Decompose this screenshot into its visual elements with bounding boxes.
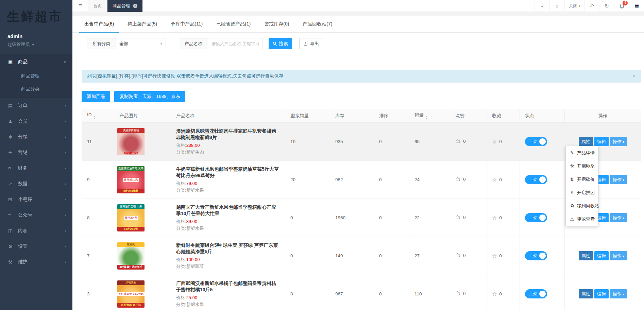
tab-scroll-right-button[interactable]: » [549,0,564,12]
sort-cell[interactable]: 0 [374,123,409,161]
sidebar-item-settings[interactable]: ⚙设置‹ [0,239,72,254]
virtual-sales-cell[interactable]: 8 [285,275,330,310]
sidebar-subitem-product-manage[interactable]: 商品管理 [0,70,72,83]
stock-cell[interactable]: 982 [330,161,374,199]
category-value: 新鲜水果 [186,302,204,307]
close-tabs-dropdown[interactable]: 关闭 ▾ [564,0,584,12]
edit-button[interactable]: 编辑 [594,137,609,146]
tab-sold-out[interactable]: 已经售罄产品(1) [211,16,256,33]
column-header[interactable]: ID▴▾ [82,109,114,123]
virtual-sales-cell[interactable]: 0 [285,199,330,237]
dropdown-item-seckill[interactable]: ⚒开启秒杀 [566,159,598,173]
product-image-cell: 菜鲜到3种蔬菜任选 约5斤 [114,237,171,275]
more-actions-button[interactable]: 操作▾ [610,137,627,146]
status-toggle[interactable]: 上架 [525,251,547,260]
product-image[interactable]: 澳洲原切牡蛎¥208起 ¥30 [117,128,145,155]
sales-cell: 24 [409,161,450,199]
stock-cell[interactable]: 935 [330,123,374,161]
notifications-button[interactable]: 4 [614,0,629,12]
status-toggle[interactable]: 上架 [525,137,547,146]
sidebar-item-marketing[interactable]: ✈营销‹ [0,145,72,160]
product-image[interactable]: 武鸣沃柑首件减10元 16.8元起店长力荐 10斤装 [117,280,145,308]
sidebar-submenu: 商品管理商品分类 [0,70,72,98]
category-label: 分类: [176,188,186,193]
category-select[interactable]: 全部 ▾ [116,38,166,49]
status-toggle[interactable]: 上架 [525,213,547,222]
product-image[interactable]: 菜鲜到3种蔬菜任选 约5斤 [117,242,145,270]
chrome-tab-product-manage[interactable]: 商品管理× [107,0,143,12]
dropdown-item-bargain[interactable]: ⇅开启砍价 [566,173,598,186]
product-image[interactable]: 越南进口玉芒 大果首件减4元10斤35.8元 [117,204,145,231]
dropdown-item-product-detail[interactable]: ✎产品详情 [566,146,598,159]
more-actions-button[interactable]: 操作▾ [610,289,627,298]
sidebar-item-finance[interactable]: ¤财务‹ [0,160,72,176]
attributes-button[interactable]: 属性 [579,289,593,298]
sort-cell[interactable]: 0 [374,237,409,275]
column-header-label: 状态 [525,113,534,118]
column-header[interactable]: 销量▴▾ [409,109,450,123]
virtual-sales-cell[interactable]: 0 [285,237,330,275]
search-button[interactable]: 搜索 [269,38,292,49]
sidebar-item-members[interactable]: ♟会员‹ [0,114,72,129]
thumbs-up-icon [455,214,461,220]
edit-button[interactable]: 编辑 [594,251,609,260]
stock-cell[interactable]: 149 [330,237,374,275]
sort-icon[interactable]: ▴▾ [426,116,427,120]
more-actions-button[interactable]: 操作▾ [610,175,627,184]
tab-pending[interactable]: 待上架产品(5) [122,16,162,33]
user-menu-button[interactable]: ≣ [629,0,644,12]
copy-product-button[interactable]: 复制淘宝、天猫、1688、京东 [114,91,185,102]
sidebar-item-data[interactable]: ↗数据‹ [0,176,72,192]
product-image[interactable]: 鑫王牌奶油草莓 大果首件减10元5斤79.8元起 [117,166,145,193]
column-header: 产品名称 [171,109,285,123]
sidebar-item-products[interactable]: ▣商品∨ [0,54,72,70]
refresh-button[interactable]: ↻ [599,0,614,12]
virtual-sales-cell[interactable]: 20 [285,161,330,199]
status-label: 上架 [529,215,537,221]
sort-cell[interactable]: 0 [374,199,409,237]
user-role-dropdown[interactable]: 超级管理员 ▾ [7,41,72,48]
status-toggle[interactable]: 上架 [525,289,547,298]
sort-icon[interactable]: ▴▾ [94,115,95,119]
sidebar-item-distribution[interactable]: ❖分销‹ [0,129,72,145]
chevron-down-icon: ▾ [623,254,624,258]
wrench-icon: ⚒ [8,259,16,265]
attributes-button[interactable]: 属性 [579,137,593,146]
column-header-label: 虚拟销量 [290,113,309,118]
tab-on-sale[interactable]: 出售中产品(6) [79,16,119,33]
add-product-button[interactable]: 添加产品 [82,91,110,102]
export-button[interactable]: 导出 [299,38,323,49]
sidebar-item-maintenance[interactable]: ⚒维护‹ [0,254,72,270]
tab-scroll-left-button[interactable]: « [535,0,549,12]
dropdown-item-move-recycle[interactable]: ♻移到回收站 [566,199,598,212]
sort-cell[interactable]: 0 [374,161,409,199]
sort-cell[interactable]: 0 [374,275,409,310]
tab-warehouse[interactable]: 仓库中产品(11) [166,16,208,33]
sidebar-item-content[interactable]: ◫内容‹ [0,223,72,239]
sidebar-item-official-account[interactable]: ❝公众号‹ [0,207,72,223]
stock-cell[interactable]: 1960 [330,199,374,237]
attributes-button[interactable]: 属性 [579,251,593,260]
tab-stock-alert[interactable]: 警戒库存(0) [259,16,294,33]
tab-recycle-station[interactable]: 产品回收站(7) [298,16,337,33]
close-tab-icon[interactable]: × [133,4,137,8]
star-icon: ☆ [492,177,497,183]
stock-cell[interactable]: 967 [330,275,374,310]
status-toggle[interactable]: 上架 [525,175,547,184]
virtual-sales-cell[interactable]: 10 [285,123,330,161]
chrome-tab-home[interactable]: 首页 [88,0,107,12]
menu-toggle-button[interactable]: ≡ [72,0,88,12]
product-name-cell: 澳洲原切原味雪花牡蛎肉牛排家庭牛扒套餐团购非腌制黑椒新鲜8片价格:238.00分… [171,123,285,161]
dropdown-item-groupbuy[interactable]: ✌开启拼团 [566,186,598,199]
sidebar-item-miniprogram[interactable]: ⊞小程序‹ [0,192,72,207]
sidebar-subitem-product-category[interactable]: 商品分类 [0,83,72,96]
more-actions-button[interactable]: 操作▾ [610,251,627,260]
more-actions-button[interactable]: 操作▾ [610,213,627,222]
undo-button[interactable]: ↶ [584,0,599,12]
dropdown-item-comments[interactable]: ⚠评论查看 [566,212,598,226]
close-icon[interactable]: × [632,73,635,80]
sort-down-icon: ▾ [94,117,95,119]
edit-button[interactable]: 编辑 [594,289,609,298]
sidebar-item-orders[interactable]: ▤订单‹ [0,98,72,114]
product-name-input[interactable] [208,38,262,49]
